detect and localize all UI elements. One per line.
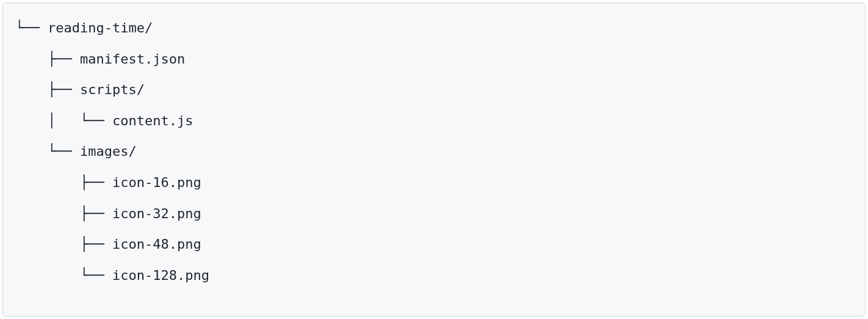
tree-line: │ └── content.js [15,106,853,137]
directory-tree: └── reading-time/ ├── manifest.json ├── … [2,2,866,317]
tree-line: ├── icon-16.png [15,167,853,199]
tree-line: ├── icon-48.png [15,229,853,260]
tree-line: ├── manifest.json [15,44,853,75]
tree-line: ├── icon-32.png [15,199,853,230]
tree-line: └── images/ [15,136,853,167]
tree-line: └── reading-time/ [15,13,853,44]
tree-line: ├── scripts/ [15,75,853,106]
tree-line: └── icon-128.png [15,260,853,292]
